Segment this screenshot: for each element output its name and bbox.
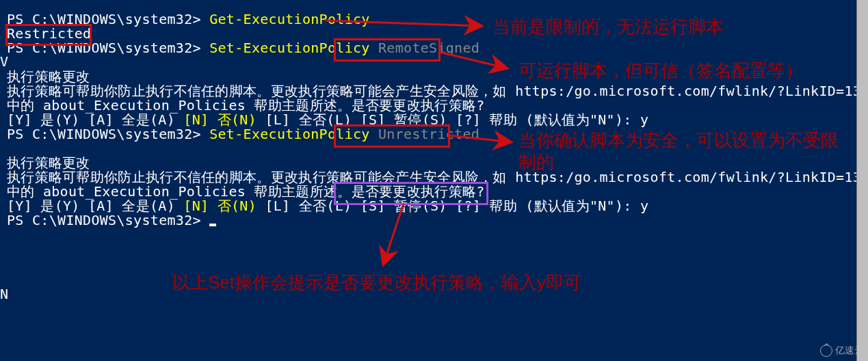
powershell-terminal[interactable]: PS C:\WINDOWS\system32> Get-ExecutionPol…: [7, 12, 861, 228]
watermark-logo-icon: [820, 345, 832, 357]
policy-options-1: [Y] 是(Y) [A] 全是(A) [N] 否(N) [L] 全否(L) [S…: [7, 113, 861, 127]
cmd-set-executionpolicy-2: Set-ExecutionPolicy: [209, 126, 369, 142]
prompt: PS C:\WINDOWS\system32>: [7, 212, 209, 228]
line-1: PS C:\WINDOWS\system32> Get-ExecutionPol…: [7, 12, 861, 27]
stray-v: V: [0, 53, 8, 70]
blank: [7, 142, 861, 156]
arg-remotesigned: RemoteSigned: [370, 40, 479, 56]
line-3: PS C:\WINDOWS\system32> Set-ExecutionPol…: [7, 41, 861, 55]
blank: [7, 55, 861, 70]
policy-warn-2a: 执行策略可帮助你防止执行不信任的脚本。更改执行策略可能会产生安全风险，如 htt…: [7, 170, 861, 185]
final-prompt-line: PS C:\WINDOWS\system32>: [7, 213, 861, 228]
answer-y-2: y: [640, 198, 648, 214]
arg-unrestricted: Unrestricted: [370, 126, 479, 142]
line-set-unrestricted: PS C:\WINDOWS\system32> Set-ExecutionPol…: [7, 127, 861, 142]
annotation-prompt-change: 以上Set操作会提示是否要更改执行策略，输入y即可: [172, 271, 581, 295]
prompt: PS C:\WINDOWS\system32>: [7, 126, 209, 142]
prompt: PS C:\WINDOWS\system32>: [7, 40, 209, 56]
stray-n: N: [0, 286, 8, 302]
policy-change-title-1: 执行策略更改: [7, 70, 861, 84]
cursor-icon: [209, 224, 216, 226]
cmd-get-executionpolicy: Get-ExecutionPolicy: [209, 11, 369, 27]
policy-warn-2b: 中的 about_Execution_Policies 帮助主题所述。是否要更改…: [7, 185, 861, 199]
answer-y-1: y: [640, 111, 648, 128]
cmd-set-executionpolicy-1: Set-ExecutionPolicy: [209, 40, 369, 56]
policy-warn-1b: 中的 about_Execution_Policies 帮助主题所述。是否要更改…: [7, 98, 861, 113]
scrollbar-thumb[interactable]: [857, 0, 868, 361]
policy-warn-1a: 执行策略可帮助你防止执行不信任的脚本。更改执行策略可能会产生安全风险，如 htt…: [7, 84, 861, 98]
policy-options-2: [Y] 是(Y) [A] 全是(A) [N] 否(N) [L] 全否(L) [S…: [7, 199, 861, 213]
vertical-scrollbar[interactable]: [856, 0, 868, 361]
policy-change-title-2: 执行策略更改: [7, 156, 861, 170]
line-2: Restricted: [7, 27, 861, 41]
